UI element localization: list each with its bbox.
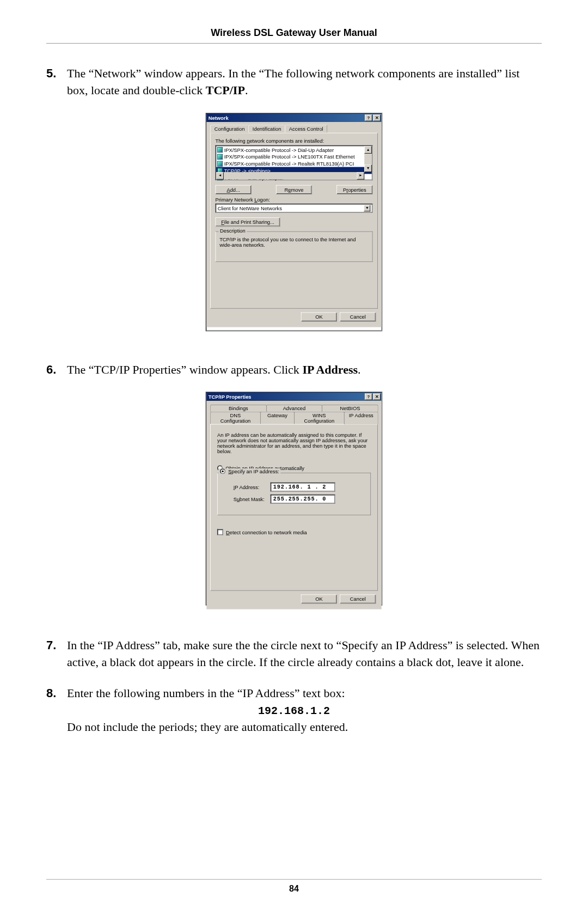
remove-button[interactable]: Remove — [276, 185, 312, 194]
page-number: 84 — [46, 879, 542, 894]
step-8: 8. Enter the following numbers in the “I… — [46, 685, 542, 736]
scroll-down-icon[interactable]: ▼ — [364, 164, 372, 172]
group-label: Description — [218, 228, 247, 233]
radio-icon[interactable] — [220, 469, 225, 474]
protocol-icon — [217, 147, 223, 152]
step-number: 7. — [46, 637, 67, 671]
checkbox-icon — [217, 529, 223, 535]
scrollbar-vertical[interactable]: ▲ ▼ — [364, 146, 372, 172]
ip-address-label: IP Address: — [234, 485, 271, 490]
step-body: Enter the following numbers in the “IP A… — [67, 685, 542, 736]
step-7: 7. In the “IP Address” tab, make sure th… — [46, 637, 542, 671]
step-number: 5. — [46, 65, 67, 99]
add-button[interactable]: Add... — [216, 185, 252, 194]
titlebar: TCP/IP Properties ? ✕ — [206, 393, 381, 401]
step-text: Enter the following numbers in the “IP A… — [67, 686, 345, 700]
chevron-down-icon[interactable]: ▼ — [364, 205, 370, 211]
ok-button[interactable]: OK — [301, 595, 337, 604]
network-dialog: Network ? ✕ Configuration Identification… — [206, 113, 382, 331]
tab-ip-address[interactable]: IP Address — [344, 412, 378, 425]
page-header: Wireless DSL Gateway User Manual — [46, 27, 542, 43]
tab-wins[interactable]: WINS Configuration — [294, 412, 345, 424]
step-bold: IP Address — [302, 363, 358, 376]
step-text: The “Network” window appears. In the “Th… — [67, 66, 519, 97]
close-icon[interactable]: ✕ — [373, 114, 381, 121]
protocol-icon — [217, 161, 223, 166]
scrollbar-horizontal[interactable]: ◄ ► — [216, 172, 364, 180]
tab-dns[interactable]: DNS Configuration — [210, 412, 261, 424]
help-icon[interactable]: ? — [365, 114, 372, 121]
tab-netbios[interactable]: NetBIOS — [322, 405, 378, 412]
header-rule — [46, 43, 542, 44]
step-number: 6. — [46, 362, 67, 379]
cancel-button[interactable]: Cancel — [340, 312, 376, 321]
scroll-left-icon[interactable]: ◄ — [216, 172, 224, 180]
scroll-right-icon[interactable]: ► — [357, 172, 365, 180]
scroll-up-icon[interactable]: ▲ — [364, 146, 372, 154]
list-item[interactable]: IPX/SPX-compatible Protocol -> Realtek R… — [216, 160, 372, 167]
titlebar: Network ? ✕ — [206, 113, 381, 121]
primary-logon-dropdown[interactable]: Client for NetWare Networks ▼ — [216, 203, 373, 212]
ok-button[interactable]: OK — [301, 312, 337, 321]
description-group: Description TCP/IP is the protocol you u… — [216, 231, 373, 261]
tab-access-control[interactable]: Access Control — [285, 125, 327, 132]
logon-label: Primary Network Logon: — [216, 197, 373, 202]
list-label: The following network components are ins… — [216, 138, 373, 143]
properties-button[interactable]: Properties — [336, 185, 372, 194]
intro-text: An IP address can be automatically assig… — [217, 432, 371, 454]
detect-connection-checkbox[interactable]: Detect connection to network media — [217, 529, 371, 535]
list-item[interactable]: IPX/SPX-compatible Protocol -> LNE100TX … — [216, 153, 372, 160]
step-text: . — [245, 83, 248, 97]
step-5: 5. The “Network” window appears. In the … — [46, 65, 542, 99]
step-body: In the “IP Address” tab, make sure the t… — [67, 637, 542, 671]
step-text: Do not include the periods; they are aut… — [67, 720, 348, 734]
subnet-mask-label: Subnet Mask: — [234, 497, 271, 502]
subnet-mask-input[interactable]: 255.255.255. 0 — [271, 495, 335, 504]
specify-ip-label: Specify an IP address: — [228, 469, 279, 474]
ip-value: 192.168.1.2 — [258, 705, 330, 717]
step-6: 6. The “TCP/IP Properties” window appear… — [46, 362, 542, 379]
tab-configuration[interactable]: Configuration — [210, 125, 249, 133]
help-icon[interactable]: ? — [365, 394, 372, 400]
tab-bindings[interactable]: Bindings — [210, 405, 266, 412]
tab-identification[interactable]: Identification — [248, 125, 285, 132]
cancel-button[interactable]: Cancel — [340, 595, 376, 604]
step-text: The “TCP/IP Properties” window appears. … — [67, 363, 302, 376]
step-body: The “Network” window appears. In the “Th… — [67, 65, 542, 99]
step-body: The “TCP/IP Properties” window appears. … — [67, 362, 542, 379]
protocol-icon — [217, 154, 223, 159]
window-title: TCP/IP Properties — [209, 394, 252, 400]
close-icon[interactable]: ✕ — [373, 394, 381, 400]
specify-ip-group: Specify an IP address: IP Address: 192.1… — [217, 473, 371, 515]
description-text: TCP/IP is the protocol you use to connec… — [219, 236, 369, 247]
tcpip-dialog: TCP/IP Properties ? ✕ Bindings Advanced … — [206, 392, 382, 605]
file-print-sharing-button[interactable]: File and Print Sharing... — [216, 217, 280, 227]
step-text: . — [358, 363, 361, 376]
list-item[interactable]: IPX/SPX-compatible Protocol -> Dial-Up A… — [216, 146, 372, 153]
tab-gateway[interactable]: Gateway — [260, 412, 295, 424]
window-title: Network — [209, 115, 229, 120]
ip-address-input[interactable]: 192.168. 1 . 2 — [271, 483, 335, 492]
components-listbox[interactable]: IPX/SPX-compatible Protocol -> Dial-Up A… — [216, 145, 373, 180]
step-bold: TCP/IP — [206, 83, 245, 97]
tab-advanced[interactable]: Advanced — [266, 405, 322, 412]
